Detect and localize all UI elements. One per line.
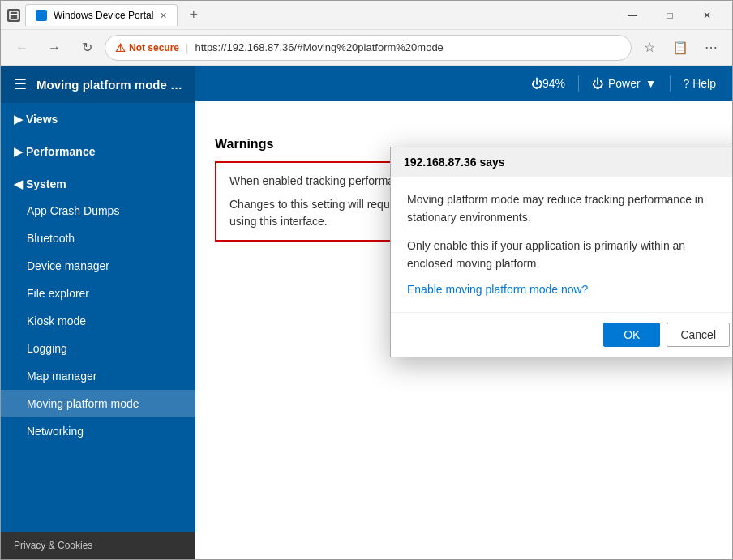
warning-icon: ⚠ <box>115 41 126 54</box>
file-explorer-label: File explorer <box>27 287 89 300</box>
sidebar-item-map-manager[interactable]: Map manager <box>1 362 195 390</box>
favorites-button[interactable]: ☆ <box>635 33 664 62</box>
forward-button[interactable]: → <box>40 33 69 62</box>
maximize-button[interactable]: □ <box>651 1 688 30</box>
sidebar-nav: ▶ Views ▶ Performance ◀ System App Crash… <box>1 103 195 532</box>
not-secure-label: Not secure <box>129 42 179 53</box>
sidebar-header: ☰ Moving platform mode - W <box>1 66 195 103</box>
sidebar-item-app-crash-dumps[interactable]: App Crash Dumps <box>1 197 195 224</box>
dialog-titlebar: 192.168.87.36 says <box>391 147 732 177</box>
new-tab-button[interactable]: + <box>182 3 204 27</box>
sidebar-item-moving-platform-mode[interactable]: Moving platform mode <box>1 390 195 417</box>
browser-icon <box>7 9 20 22</box>
dialog-actions: OK Cancel <box>391 312 732 357</box>
nav-section-system: ◀ System App Crash Dumps Bluetooth Devic… <box>1 168 195 448</box>
not-secure-indicator: ⚠ Not secure <box>115 41 179 54</box>
collections-button[interactable]: 📋 <box>666 33 695 62</box>
nav-section-views: ▶ Views <box>1 103 195 135</box>
app-title: Moving platform mode - W <box>36 78 182 92</box>
close-button[interactable]: ✕ <box>688 1 726 30</box>
title-bar-left: Windows Device Portal ✕ + <box>7 3 204 27</box>
minimize-button[interactable]: — <box>614 1 651 30</box>
svg-rect-0 <box>10 11 18 19</box>
dialog-message-2: Only enable this if your application is … <box>407 237 730 273</box>
sidebar-item-networking[interactable]: Networking <box>1 417 195 445</box>
nav-tools: ☆ 📋 ⋯ <box>635 33 726 62</box>
hamburger-icon[interactable]: ☰ <box>14 75 27 93</box>
nav-group-system[interactable]: ◀ System <box>1 171 195 197</box>
window-controls: — □ ✕ <box>614 1 726 30</box>
sidebar-item-file-explorer[interactable]: File explorer <box>1 280 195 307</box>
networking-label: Networking <box>27 425 84 438</box>
refresh-button[interactable]: ↻ <box>72 33 101 62</box>
performance-label: ▶ Performance <box>14 145 95 158</box>
moving-platform-mode-label: Moving platform mode <box>27 397 139 410</box>
sidebar-item-device-manager[interactable]: Device manager <box>1 252 195 280</box>
sidebar: ☰ Moving platform mode - W ▶ Views ▶ Per… <box>1 66 195 559</box>
dialog-body: Moving platform mode may reduce tracking… <box>391 177 732 312</box>
url-separator: | <box>186 41 188 53</box>
nav-group-performance[interactable]: ▶ Performance <box>1 139 195 165</box>
tab-favicon <box>36 10 47 21</box>
app-crash-dumps-label: App Crash Dumps <box>27 204 119 217</box>
sidebar-item-bluetooth[interactable]: Bluetooth <box>1 224 195 252</box>
nav-bar: ← → ↻ ⚠ Not secure | https://192.168.87.… <box>1 30 732 66</box>
privacy-cookies-label: Privacy & Cookies <box>14 540 92 551</box>
dialog-question: Enable moving platform mode now? <box>407 283 730 296</box>
dialog-message-1: Moving platform mode may reduce tracking… <box>407 190 730 227</box>
kiosk-mode-label: Kiosk mode <box>27 314 86 327</box>
address-bar[interactable]: ⚠ Not secure | https://192.168.87.36/#Mo… <box>105 35 632 61</box>
sidebar-item-logging[interactable]: Logging <box>1 335 195 362</box>
svg-rect-1 <box>10 14 18 15</box>
logging-label: Logging <box>27 342 67 355</box>
nav-group-views[interactable]: ▶ Views <box>1 106 195 132</box>
dialog: 192.168.87.36 says Moving platform mode … <box>390 147 732 357</box>
main-content: ⏻94% ⏻ Power ▼ ? Help Warnings Wh <box>195 66 732 559</box>
app-content: ☰ Moving platform mode - W ▶ Views ▶ Per… <box>1 66 732 559</box>
url-display: https://192.168.87.36/#Moving%20platform… <box>195 41 443 53</box>
cancel-button[interactable]: Cancel <box>667 323 730 347</box>
dialog-overlay: 192.168.87.36 says Moving platform mode … <box>195 66 732 559</box>
bluetooth-label: Bluetooth <box>27 232 75 245</box>
menu-button[interactable]: ⋯ <box>697 33 726 62</box>
back-button[interactable]: ← <box>7 33 36 62</box>
device-manager-label: Device manager <box>27 259 109 272</box>
sidebar-footer[interactable]: Privacy & Cookies <box>1 532 195 559</box>
title-bar: Windows Device Portal ✕ + — □ ✕ <box>1 1 732 30</box>
browser-tab[interactable]: Windows Device Portal ✕ <box>25 4 178 26</box>
ok-button[interactable]: OK <box>603 323 660 347</box>
tab-close-icon[interactable]: ✕ <box>160 11 167 21</box>
sidebar-item-kiosk-mode[interactable]: Kiosk mode <box>1 307 195 335</box>
system-label: ◀ System <box>14 177 66 190</box>
tab-label: Windows Device Portal <box>54 10 153 21</box>
views-label: ▶ Views <box>14 113 58 126</box>
map-manager-label: Map manager <box>27 370 96 383</box>
nav-section-performance: ▶ Performance <box>1 135 195 168</box>
